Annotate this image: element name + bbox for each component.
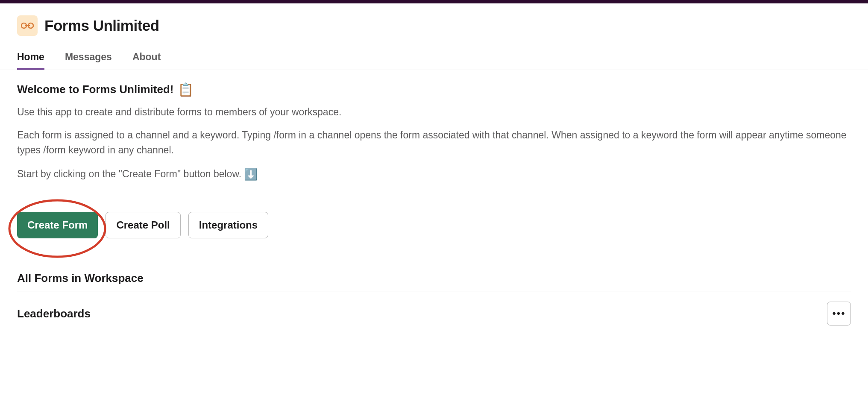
item-row-leaderboards: Leaderboards ••• xyxy=(17,302,851,326)
section-all-forms: All Forms in Workspace xyxy=(17,272,851,291)
more-button[interactable]: ••• xyxy=(827,302,851,326)
button-row: Create Form Create Poll Integrations xyxy=(17,212,851,238)
description-line-3: Start by clicking on the "Create Form" b… xyxy=(17,166,851,183)
item-label-leaderboards: Leaderboards xyxy=(17,307,91,320)
create-poll-button[interactable]: Create Poll xyxy=(106,212,180,238)
welcome-heading-text: Welcome to Forms Unlimited! xyxy=(17,83,173,96)
tab-about[interactable]: About xyxy=(132,51,161,70)
link-icon xyxy=(21,21,34,30)
app-header: Forms Unlimited xyxy=(0,3,868,36)
content-area: Welcome to Forms Unlimited! 📋 Use this a… xyxy=(0,70,868,337)
tab-messages[interactable]: Messages xyxy=(65,51,112,70)
arrow-down-icon: ⬇️ xyxy=(244,166,258,183)
app-title: Forms Unlimited xyxy=(44,17,159,34)
clipboard-icon: 📋 xyxy=(178,82,194,97)
app-icon xyxy=(17,15,38,36)
description-line-3-text: Start by clicking on the "Create Form" b… xyxy=(17,167,241,182)
tab-home[interactable]: Home xyxy=(17,51,44,70)
tabs: Home Messages About xyxy=(0,36,868,70)
top-bar xyxy=(0,0,868,3)
welcome-heading: Welcome to Forms Unlimited! 📋 xyxy=(17,82,851,97)
description-line-2: Each form is assigned to a channel and a… xyxy=(17,128,851,158)
integrations-button[interactable]: Integrations xyxy=(188,212,268,238)
ellipsis-icon: ••• xyxy=(832,308,845,319)
create-form-button[interactable]: Create Form xyxy=(17,212,98,238)
description-line-1: Use this app to create and distribute fo… xyxy=(17,105,851,120)
